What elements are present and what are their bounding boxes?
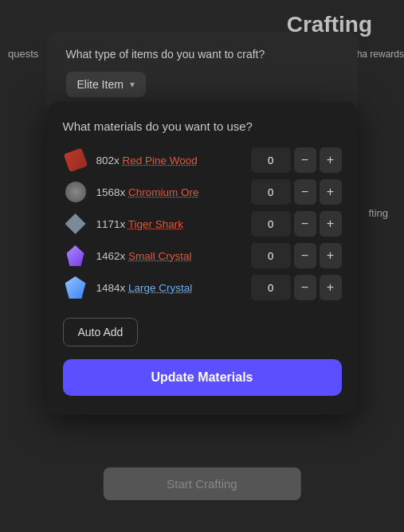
item-type-question: What type of items do you want to craft? bbox=[66, 48, 339, 61]
small-crystal-count: 1462x bbox=[96, 250, 129, 262]
large-crystal-qty-display: 0 bbox=[251, 275, 291, 300]
red-pine-wood-decrement-button[interactable]: − bbox=[294, 147, 316, 173]
auto-add-button[interactable]: Auto Add bbox=[63, 318, 139, 346]
item-type-dropdown[interactable]: Elite Item ▾ bbox=[66, 72, 146, 97]
red-pine-wood-qty-control: 0 − + bbox=[251, 147, 342, 173]
materials-question: What materials do you want to use? bbox=[63, 119, 342, 133]
red-pine-wood-name: Red Pine Wood bbox=[123, 155, 198, 166]
chevron-down-icon: ▾ bbox=[130, 79, 135, 90]
large-crystal-qty-control: 0 − + bbox=[251, 275, 342, 300]
large-crystal-count: 1484x bbox=[96, 282, 129, 294]
material-row-chromium-ore: 1568x Chromium Ore 0 − + bbox=[63, 179, 342, 205]
tiger-shark-count: 1171x bbox=[96, 218, 128, 230]
background-middle-text: fting bbox=[368, 207, 388, 219]
chromium-ore-qty-control: 0 − + bbox=[251, 179, 342, 205]
large-crystal-icon bbox=[63, 275, 88, 300]
tiger-shark-name: Tiger Shark bbox=[128, 218, 183, 230]
chromium-ore-name: Chromium Ore bbox=[128, 186, 199, 198]
material-row-large-crystal: 1484x Large Crystal 0 − + bbox=[63, 275, 342, 300]
red-pine-wood-qty-display: 0 bbox=[251, 147, 291, 173]
red-pine-wood-increment-button[interactable]: + bbox=[320, 147, 342, 173]
chromium-ore-count: 1568x bbox=[96, 186, 129, 198]
chromium-ore-icon bbox=[63, 179, 88, 205]
red-pine-wood-label: 802x Red Pine Wood bbox=[96, 155, 243, 166]
chromium-ore-decrement-button[interactable]: − bbox=[294, 179, 316, 205]
tiger-shark-increment-button[interactable]: + bbox=[320, 211, 342, 237]
tiger-shark-qty-display: 0 bbox=[251, 211, 291, 237]
large-crystal-label: 1484x Large Crystal bbox=[96, 282, 243, 294]
large-crystal-decrement-button[interactable]: − bbox=[294, 275, 316, 300]
material-row-small-crystal: 1462x Small Crystal 0 − + bbox=[63, 243, 342, 268]
material-row-red-pine-wood: 802x Red Pine Wood 0 − + bbox=[63, 147, 342, 173]
small-crystal-qty-control: 0 − + bbox=[251, 243, 342, 268]
red-pine-wood-icon bbox=[63, 147, 88, 173]
small-crystal-label: 1462x Small Crystal bbox=[96, 250, 243, 262]
chromium-ore-increment-button[interactable]: + bbox=[320, 179, 342, 205]
item-type-label: Elite Item bbox=[77, 78, 124, 91]
large-crystal-name: Large Crystal bbox=[128, 282, 192, 294]
tiger-shark-label: 1171x Tiger Shark bbox=[96, 218, 243, 230]
material-row-tiger-shark: 1171x Tiger Shark 0 − + bbox=[63, 211, 342, 237]
tiger-shark-decrement-button[interactable]: − bbox=[294, 211, 316, 237]
tiger-shark-qty-control: 0 − + bbox=[251, 211, 342, 237]
red-pine-wood-count: 802x bbox=[96, 155, 123, 166]
chromium-ore-qty-display: 0 bbox=[251, 179, 291, 205]
small-crystal-increment-button[interactable]: + bbox=[320, 243, 342, 268]
materials-dialog: What materials do you want to use? 802x … bbox=[47, 102, 358, 415]
large-crystal-increment-button[interactable]: + bbox=[320, 275, 342, 300]
chromium-ore-label: 1568x Chromium Ore bbox=[96, 186, 243, 198]
background-left-text: quests bbox=[8, 48, 38, 60]
small-crystal-name: Small Crystal bbox=[128, 250, 192, 262]
small-crystal-qty-display: 0 bbox=[251, 243, 291, 268]
small-crystal-icon bbox=[63, 243, 88, 268]
tiger-shark-icon bbox=[63, 211, 88, 237]
start-crafting-button[interactable]: Start Crafting bbox=[103, 467, 300, 500]
update-materials-button[interactable]: Update Materials bbox=[63, 359, 342, 396]
small-crystal-decrement-button[interactable]: − bbox=[294, 243, 316, 268]
